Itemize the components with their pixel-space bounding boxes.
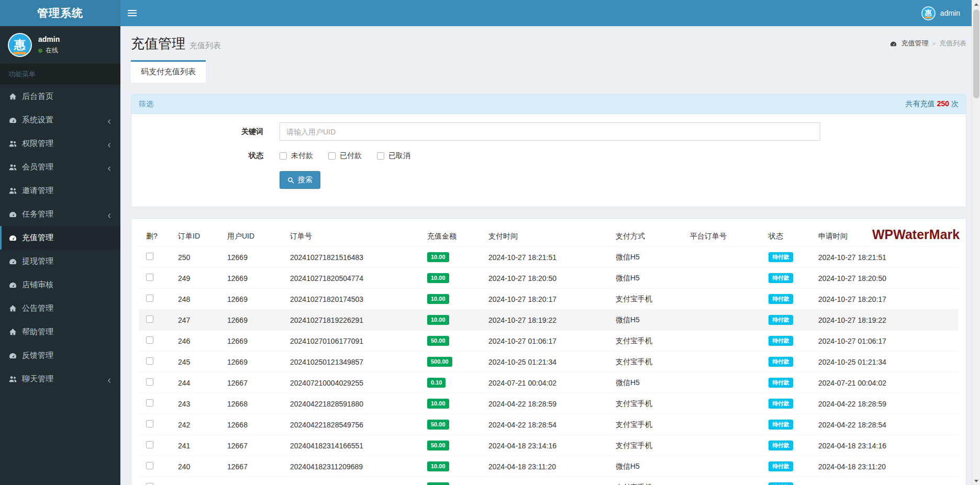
cell-user-uid: 12669 (220, 352, 283, 373)
breadcrumb-current: 充值列表 (939, 39, 966, 48)
row-delete-checkbox[interactable] (146, 357, 153, 365)
row-delete-checkbox[interactable] (146, 399, 153, 407)
cell-user-uid: 12669 (220, 289, 283, 310)
tab-strip: 码支付充值列表 (131, 60, 966, 83)
cell-order-no: 202404182314166551 (283, 435, 420, 456)
sidebar-item[interactable]: 会员管理 (0, 155, 120, 179)
status-badge: 待付款 (769, 273, 793, 283)
cell-apply-time: 2024-10-27 18:19:22 (811, 310, 958, 331)
sidebar-item-label: 任务管理 (22, 209, 53, 219)
sidebar-item[interactable]: 充值管理 (0, 226, 120, 250)
sidebar-item[interactable]: 任务管理 (0, 202, 120, 226)
row-delete-checkbox[interactable] (146, 441, 153, 448)
table-row: 248 12669 202410271820174503 10.00 2024-… (139, 289, 958, 310)
cell-order-id: 241 (171, 435, 220, 456)
keyword-input[interactable] (280, 122, 820, 141)
navbar-user-menu[interactable]: 惠 admin (921, 6, 972, 20)
cell-order-id: 245 (171, 352, 220, 373)
col-header-order-no: 订单号 (283, 227, 420, 247)
cell-user-uid: 12669 (220, 331, 283, 352)
cell-pay-method: 支付宝手机 (609, 435, 683, 456)
chevron-left-icon (106, 211, 113, 218)
scrollbar-thumb[interactable] (973, 9, 979, 98)
cell-pay-method: 支付宝手机 (609, 352, 683, 373)
filter-toggle-link[interactable]: 筛选 (139, 99, 153, 109)
table-row: 241 12667 202404182314166551 50.00 2024-… (139, 435, 958, 456)
cell-pay-time: 2024-07-21 00:04:02 (482, 373, 609, 393)
sidebar-item-label: 系统设置 (22, 115, 53, 125)
row-delete-checkbox[interactable] (146, 274, 153, 281)
sidebar-item[interactable]: 公告管理 (0, 297, 120, 320)
status-badge: 待付款 (769, 357, 793, 367)
vertical-scrollbar[interactable] (972, 0, 980, 485)
status-checkbox[interactable] (377, 152, 384, 160)
page-title: 充值管理 (131, 36, 185, 51)
sidebar-item[interactable]: 店铺审核 (0, 273, 120, 297)
row-delete-checkbox[interactable] (146, 336, 153, 344)
sidebar-item-label: 帮助管理 (22, 327, 53, 337)
dashboard-icon (890, 40, 898, 47)
filter-form: 关键词 状态 未付款 (131, 114, 966, 207)
status-badge: 待付款 (769, 378, 793, 388)
sidebar-toggle-button[interactable] (120, 0, 144, 26)
table-row: 244 12667 202407210004029255 0.10 2024-0… (139, 373, 958, 393)
sidebar-item[interactable]: 系统设置 (0, 108, 120, 132)
app-logo[interactable]: 管理系统 (0, 0, 120, 26)
status-checkbox-option[interactable]: 已取消 (377, 151, 410, 161)
row-delete-checkbox[interactable] (146, 253, 153, 260)
cell-pay-time: 2024-04-22 18:28:59 (482, 393, 609, 414)
cell-user-uid: 12667 (220, 373, 283, 393)
sidebar-item[interactable]: 邀请管理 (0, 179, 120, 202)
cell-platform-no (683, 456, 762, 477)
cell-platform-no (683, 310, 762, 331)
recharge-table: 删? 订单ID 用户UID 订单号 充值金额 支付时间 支付方式 平台订单号 状… (139, 227, 958, 485)
cell-order-no: 202410271820174503 (283, 289, 420, 310)
sidebar-item-label: 公告管理 (22, 303, 53, 313)
cell-platform-no (683, 477, 762, 485)
row-delete-checkbox[interactable] (146, 462, 153, 469)
table-row: 239 12667 202404182225048385 10.00 2024-… (139, 477, 958, 485)
row-delete-checkbox[interactable] (146, 378, 153, 386)
home-icon (8, 328, 17, 336)
row-delete-checkbox[interactable] (146, 295, 153, 302)
cell-pay-time: 2024-10-27 18:19:22 (482, 310, 609, 331)
sidebar-item-label: 提现管理 (22, 256, 53, 266)
row-delete-checkbox[interactable] (146, 483, 153, 485)
col-header-pay-time: 支付时间 (482, 227, 609, 247)
tab-qr-recharge-list[interactable]: 码支付充值列表 (131, 60, 206, 83)
sidebar-item[interactable]: 提现管理 (0, 250, 120, 273)
row-delete-checkbox[interactable] (146, 315, 153, 323)
breadcrumb-root[interactable]: 充值管理 (901, 39, 929, 48)
cell-pay-method: 支付宝手机 (609, 393, 683, 414)
chevron-left-icon (106, 141, 113, 147)
cell-platform-no (683, 289, 762, 310)
cell-pay-time: 2024-10-27 01:06:17 (482, 331, 609, 352)
cell-pay-time: 2024-10-27 18:21:51 (482, 247, 609, 268)
status-checkbox[interactable] (328, 152, 336, 160)
cell-pay-method: 微信H5 (609, 310, 683, 331)
status-checkbox[interactable] (280, 152, 287, 160)
cell-pay-method: 微信H5 (609, 456, 683, 477)
recharge-total: 共有充值 250 次 (906, 99, 959, 109)
sidebar-item[interactable]: 反馈管理 (0, 344, 120, 367)
cell-user-uid: 12669 (220, 247, 283, 268)
status-checkbox-option[interactable]: 已付款 (328, 151, 362, 161)
status-checkbox-option[interactable]: 未付款 (280, 151, 313, 161)
search-button[interactable]: 搜索 (280, 171, 320, 189)
amount-badge: 10.00 (427, 461, 449, 471)
scroll-up-arrow-icon[interactable] (972, 0, 980, 8)
row-delete-checkbox[interactable] (146, 420, 153, 427)
cell-order-id: 243 (171, 393, 220, 414)
filter-header: 筛选 共有充值 250 次 (131, 95, 966, 114)
sidebar-item[interactable]: 帮助管理 (0, 320, 120, 344)
cell-pay-method: 支付宝手机 (609, 331, 683, 352)
cell-platform-no (683, 331, 762, 352)
amount-badge: 50.00 (427, 420, 449, 430)
sidebar-item[interactable]: 权限管理 (0, 132, 120, 155)
scroll-down-arrow-icon[interactable] (972, 477, 980, 485)
content-area: 充值管理充值列表 充值管理 > 充值列表 码支付充值列表 筛选 共有充值 250… (120, 26, 980, 485)
sidebar-item[interactable]: 后台首页 (0, 85, 120, 108)
cell-pay-time: 2024-10-27 18:20:50 (482, 268, 609, 289)
amount-badge: 0.10 (427, 378, 446, 388)
sidebar-item[interactable]: 聊天管理 (0, 367, 120, 391)
